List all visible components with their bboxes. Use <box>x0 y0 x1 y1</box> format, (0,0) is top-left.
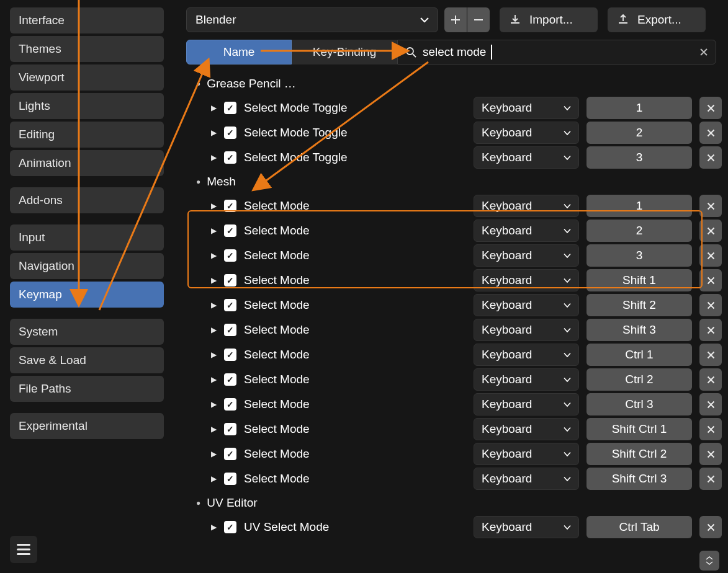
sidebar-item-save-load[interactable]: Save & Load <box>10 347 164 373</box>
entry-input-type-dropdown[interactable]: Keyboard <box>474 146 579 169</box>
expand-entry-toggle[interactable]: ▶ <box>211 350 217 359</box>
entry-enabled-checkbox[interactable]: ✓ <box>224 398 236 411</box>
import-keymap-button[interactable]: Import... <box>500 7 598 32</box>
entry-key-display[interactable]: Ctrl Tab <box>586 516 692 538</box>
add-preset-button[interactable] <box>444 7 467 32</box>
hamburger-menu-button[interactable] <box>10 536 37 563</box>
remove-entry-button[interactable] <box>699 269 722 291</box>
entry-enabled-checkbox[interactable]: ✓ <box>224 249 236 262</box>
remove-entry-button[interactable] <box>699 122 722 144</box>
entry-input-type-dropdown[interactable]: Keyboard <box>474 269 579 291</box>
entry-key-display[interactable]: Ctrl 2 <box>586 368 692 391</box>
sidebar-item-animation[interactable]: Animation <box>10 150 164 176</box>
entry-key-display[interactable]: Shift 1 <box>586 269 692 291</box>
expand-entry-toggle[interactable]: ▶ <box>211 375 217 384</box>
entry-input-type-dropdown[interactable]: Keyboard <box>474 195 579 217</box>
remove-entry-button[interactable] <box>699 319 722 341</box>
sidebar-item-keymap[interactable]: Keymap <box>10 282 164 308</box>
sidebar-item-add-ons[interactable]: Add-ons <box>10 187 164 213</box>
keymap-category[interactable]: ●UV Editor <box>186 491 722 515</box>
expand-entry-toggle[interactable]: ▶ <box>211 326 217 334</box>
entry-enabled-checkbox[interactable]: ✓ <box>224 274 236 286</box>
remove-entry-button[interactable] <box>699 468 722 490</box>
entry-key-display[interactable]: Shift 3 <box>586 319 692 341</box>
entry-enabled-checkbox[interactable]: ✓ <box>224 324 236 336</box>
search-input[interactable] <box>423 45 492 60</box>
entry-key-display[interactable]: 1 <box>586 195 692 217</box>
entry-input-type-dropdown[interactable]: Keyboard <box>474 516 579 538</box>
entry-key-display[interactable]: Ctrl 3 <box>586 393 692 415</box>
entry-enabled-checkbox[interactable]: ✓ <box>224 448 236 460</box>
entry-input-type-dropdown[interactable]: Keyboard <box>474 443 579 465</box>
entry-enabled-checkbox[interactable]: ✓ <box>224 200 236 212</box>
expand-entry-toggle[interactable]: ▶ <box>211 251 217 260</box>
entry-enabled-checkbox[interactable]: ✓ <box>224 349 236 361</box>
entry-enabled-checkbox[interactable]: ✓ <box>224 151 236 164</box>
sidebar-item-navigation[interactable]: Navigation <box>10 253 164 279</box>
expand-entry-toggle[interactable]: ▶ <box>211 153 217 162</box>
keymap-category[interactable]: ●Grease Pencil … <box>186 72 722 96</box>
remove-entry-button[interactable] <box>699 220 722 242</box>
entry-key-display[interactable]: 2 <box>586 122 692 144</box>
expand-entry-toggle[interactable]: ▶ <box>211 425 217 433</box>
sidebar-item-editing[interactable]: Editing <box>10 122 164 148</box>
entry-enabled-checkbox[interactable]: ✓ <box>224 423 236 435</box>
entry-input-type-dropdown[interactable]: Keyboard <box>474 97 579 119</box>
expand-entry-toggle[interactable]: ▶ <box>211 226 217 235</box>
entry-enabled-checkbox[interactable]: ✓ <box>224 102 236 114</box>
remove-entry-button[interactable] <box>699 443 722 465</box>
entry-input-type-dropdown[interactable]: Keyboard <box>474 418 579 440</box>
expand-entry-toggle[interactable]: ▶ <box>211 276 217 285</box>
remove-entry-button[interactable] <box>699 146 722 169</box>
entry-enabled-checkbox[interactable]: ✓ <box>224 373 236 386</box>
entry-input-type-dropdown[interactable]: Keyboard <box>474 393 579 415</box>
entry-enabled-checkbox[interactable]: ✓ <box>224 224 236 237</box>
remove-entry-button[interactable] <box>699 418 722 440</box>
search-by-keybinding-tab[interactable]: Key-Binding <box>292 40 397 64</box>
entry-input-type-dropdown[interactable]: Keyboard <box>474 368 579 391</box>
expand-entry-toggle[interactable]: ▶ <box>211 128 217 137</box>
expand-entry-toggle[interactable]: ▶ <box>211 400 217 409</box>
expand-entry-toggle[interactable]: ▶ <box>211 450 217 458</box>
entry-key-display[interactable]: 3 <box>586 244 692 267</box>
entry-key-display[interactable]: Shift 2 <box>586 294 692 316</box>
entry-input-type-dropdown[interactable]: Keyboard <box>474 468 579 490</box>
entry-input-type-dropdown[interactable]: Keyboard <box>474 122 579 144</box>
entry-enabled-checkbox[interactable]: ✓ <box>224 521 236 533</box>
remove-entry-button[interactable] <box>699 195 722 217</box>
add-keymap-entry-button[interactable] <box>699 551 719 571</box>
keymap-category[interactable]: ●Mesh <box>186 170 722 193</box>
entry-key-display[interactable]: 3 <box>586 146 692 169</box>
entry-key-display[interactable]: Shift Ctrl 2 <box>586 443 692 465</box>
entry-enabled-checkbox[interactable]: ✓ <box>224 299 236 311</box>
search-by-name-tab[interactable]: Name <box>186 40 292 64</box>
entry-input-type-dropdown[interactable]: Keyboard <box>474 294 579 316</box>
sidebar-item-lights[interactable]: Lights <box>10 93 164 119</box>
expand-entry-toggle[interactable]: ▶ <box>211 301 217 309</box>
remove-entry-button[interactable] <box>699 368 722 391</box>
entry-key-display[interactable]: Shift Ctrl 3 <box>586 468 692 490</box>
keymap-preset-dropdown[interactable]: Blender <box>186 7 438 32</box>
expand-entry-toggle[interactable]: ▶ <box>211 523 217 531</box>
entry-input-type-dropdown[interactable]: Keyboard <box>474 319 579 341</box>
entry-key-display[interactable]: 1 <box>586 97 692 119</box>
expand-entry-toggle[interactable]: ▶ <box>211 104 217 112</box>
sidebar-item-experimental[interactable]: Experimental <box>10 413 164 439</box>
entry-enabled-checkbox[interactable]: ✓ <box>224 127 236 139</box>
sidebar-item-input[interactable]: Input <box>10 224 164 251</box>
remove-entry-button[interactable] <box>699 393 722 415</box>
entry-input-type-dropdown[interactable]: Keyboard <box>474 220 579 242</box>
remove-entry-button[interactable] <box>699 344 722 366</box>
remove-entry-button[interactable] <box>699 516 722 538</box>
entry-input-type-dropdown[interactable]: Keyboard <box>474 344 579 366</box>
expand-entry-toggle[interactable]: ▶ <box>211 202 217 210</box>
remove-entry-button[interactable] <box>699 294 722 316</box>
remove-entry-button[interactable] <box>699 97 722 119</box>
remove-entry-button[interactable] <box>699 244 722 267</box>
sidebar-item-interface[interactable]: Interface <box>10 7 164 33</box>
clear-search-button[interactable] <box>699 48 708 56</box>
entry-enabled-checkbox[interactable]: ✓ <box>224 473 236 485</box>
entry-key-display[interactable]: Shift Ctrl 1 <box>586 418 692 440</box>
entry-key-display[interactable]: Ctrl 1 <box>586 344 692 366</box>
sidebar-item-system[interactable]: System <box>10 319 164 345</box>
